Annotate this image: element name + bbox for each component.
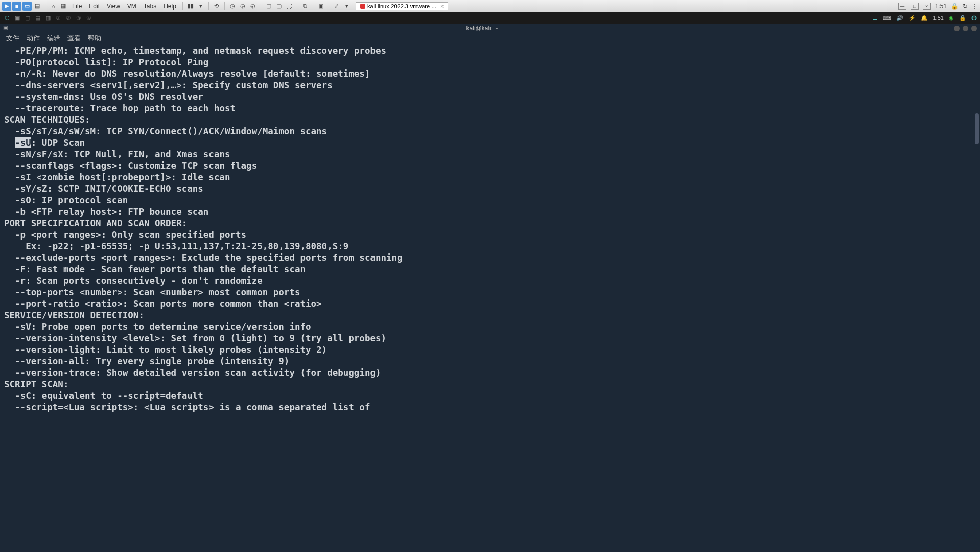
terminal-app-icon: ▣ bbox=[3, 25, 10, 32]
notify-icon[interactable]: 🔔 bbox=[921, 15, 928, 21]
taskbar-icon-3[interactable]: ▤ bbox=[33, 2, 42, 11]
terminal-line: --version-intensity <level>: Set from 0 … bbox=[4, 333, 976, 344]
terminal-line: -PO[protocol list]: IP Protocol Ping bbox=[4, 57, 976, 68]
editor-icon[interactable]: ▤ bbox=[34, 14, 42, 22]
terminal-line: --top-ports <number>: Scan <number> most… bbox=[4, 287, 976, 298]
menu-tabs[interactable]: Tabs bbox=[141, 3, 159, 10]
menu-edit[interactable]: Edit bbox=[86, 3, 103, 10]
unity-icon[interactable]: ⧉ bbox=[300, 2, 310, 11]
expand-icon[interactable]: ⤢ bbox=[332, 2, 341, 11]
term-menu-view[interactable]: 查看 bbox=[64, 34, 84, 43]
menu-icon[interactable]: ☰ bbox=[873, 15, 878, 21]
terminal-titlebar[interactable]: ▣ kali@kali: ~ bbox=[0, 24, 980, 33]
terminal-line: --version-all: Try every single probe (i… bbox=[4, 356, 976, 367]
terminal-line: SCRIPT SCAN: bbox=[4, 379, 976, 390]
term-menu-edit[interactable]: 编辑 bbox=[44, 34, 63, 43]
terminal-line: SERVICE/VERSION DETECTION: bbox=[4, 310, 976, 321]
separator bbox=[208, 2, 209, 10]
minimize-button[interactable]: — bbox=[898, 3, 906, 10]
pause-icon[interactable]: ▮▮ bbox=[186, 2, 195, 11]
menu-view[interactable]: View bbox=[104, 3, 123, 10]
term-menu-actions[interactable]: 动作 bbox=[24, 34, 43, 43]
close-tab-icon[interactable]: × bbox=[440, 3, 444, 9]
vmware-logo-icon[interactable]: ▶ bbox=[2, 2, 11, 11]
separator bbox=[261, 2, 261, 10]
workspace-1[interactable]: ① bbox=[54, 14, 62, 22]
terminal-line: -sU: UDP Scan bbox=[4, 137, 976, 149]
library-icon[interactable]: ▦ bbox=[59, 2, 68, 11]
browser-icon[interactable]: ▥ bbox=[44, 14, 52, 22]
menu-file[interactable]: File bbox=[69, 3, 85, 10]
terminal-line: -sY/sZ: SCTP INIT/COOKIE-ECHO scans bbox=[4, 183, 976, 195]
vm-tab[interactable]: kali-linux-2022.3-vmware-... × bbox=[356, 2, 449, 10]
minimize-dot[interactable] bbox=[954, 26, 960, 31]
vmware-toolbar: ▶ ■ ▭ ▤ ⌂ ▦ File Edit View VM Tabs Help … bbox=[0, 0, 980, 12]
terminal-line: -sV: Probe open ports to determine servi… bbox=[4, 321, 976, 333]
terminal-line: --traceroute: Trace hop path to each hos… bbox=[4, 103, 976, 114]
lock-icon[interactable]: 🔒 bbox=[951, 3, 959, 10]
workspace-3[interactable]: ③ bbox=[75, 14, 83, 22]
menu-vm[interactable]: VM bbox=[124, 3, 139, 10]
terminal-line: --port-ratio <ratio>: Scan ports more co… bbox=[4, 298, 976, 310]
separator bbox=[224, 2, 225, 10]
taskbar-icon-1[interactable]: ■ bbox=[12, 2, 21, 11]
kali-logo-icon[interactable]: ⬡ bbox=[3, 14, 11, 22]
snapshot-revert-icon[interactable]: ◵ bbox=[248, 2, 258, 11]
send-key-icon[interactable]: ⟲ bbox=[212, 2, 221, 11]
volume-icon[interactable]: 🔊 bbox=[896, 15, 903, 21]
view-icon-2[interactable]: ▢ bbox=[274, 2, 284, 11]
term-menu-file[interactable]: 文件 bbox=[3, 34, 22, 43]
keyboard-icon[interactable]: ⌨ bbox=[883, 15, 891, 21]
close-button[interactable]: × bbox=[923, 3, 931, 10]
separator bbox=[313, 2, 313, 10]
separator bbox=[182, 2, 183, 10]
maximize-dot[interactable] bbox=[963, 26, 968, 31]
separator bbox=[329, 2, 329, 10]
terminal-line: -F: Fast mode - Scan fewer ports than th… bbox=[4, 264, 976, 275]
terminal-icon[interactable]: ▢ bbox=[24, 14, 32, 22]
separator bbox=[297, 2, 297, 10]
term-menu-help[interactable]: 帮助 bbox=[85, 34, 104, 43]
terminal-line: --script=<Lua scripts>: <Lua scripts> is… bbox=[4, 402, 976, 413]
terminal-line: -r: Scan ports consecutively - don't ran… bbox=[4, 275, 976, 287]
close-dot[interactable] bbox=[971, 26, 977, 31]
home-icon[interactable]: ⌂ bbox=[49, 2, 58, 11]
terminal-line: -sO: IP protocol scan bbox=[4, 195, 976, 206]
host-clock: 1:51 bbox=[935, 3, 947, 10]
terminal-menubar: 文件 动作 编辑 查看 帮助 bbox=[0, 33, 980, 44]
terminal-output[interactable]: -PE/PP/PM: ICMP echo, timestamp, and net… bbox=[0, 44, 980, 414]
lock-screen-icon[interactable]: 🔒 bbox=[959, 15, 966, 21]
terminal-line: -sN/sF/sX: TCP Null, FIN, and Xmas scans bbox=[4, 149, 976, 160]
terminal-line: -p <port ranges>: Only scan specified po… bbox=[4, 229, 976, 241]
maximize-button[interactable]: □ bbox=[911, 3, 919, 10]
terminal-line: --scanflags <flags>: Customize TCP scan … bbox=[4, 160, 976, 172]
files-icon[interactable]: ▣ bbox=[13, 14, 21, 22]
menu-dots-icon[interactable]: ⋮ bbox=[972, 3, 978, 10]
workspace-4[interactable]: ④ bbox=[85, 14, 93, 22]
battery-icon[interactable]: ◉ bbox=[949, 15, 954, 21]
terminal-line: -sI <zombie host[:probeport]>: Idle scan bbox=[4, 172, 976, 183]
terminal-line: -PE/PP/PM: ICMP echo, timestamp, and net… bbox=[4, 45, 976, 57]
menu-help[interactable]: Help bbox=[160, 3, 179, 10]
power-icon[interactable]: ⏻ bbox=[971, 15, 977, 21]
snapshot-manage-icon[interactable]: ◶ bbox=[238, 2, 247, 11]
dropdown-icon[interactable]: ▾ bbox=[196, 2, 205, 11]
dropdown-2-icon[interactable]: ▾ bbox=[342, 2, 352, 11]
scrollbar-thumb[interactable] bbox=[975, 113, 979, 144]
separator bbox=[45, 2, 45, 10]
terminal-line: -n/-R: Never do DNS resolution/Always re… bbox=[4, 68, 976, 80]
fullscreen-icon[interactable]: ⛶ bbox=[285, 2, 294, 11]
terminal-line: -sC: equivalent to --script=default bbox=[4, 390, 976, 402]
snapshot-icon[interactable]: ◷ bbox=[228, 2, 237, 11]
network-icon[interactable]: ⚡ bbox=[908, 15, 916, 21]
terminal-line: -sS/sT/sA/sW/sM: TCP SYN/Connect()/ACK/W… bbox=[4, 126, 976, 137]
kali-panel: ⬡ ▣ ▢ ▤ ▥ ① ② ③ ④ ☰ ⌨ 🔊 ⚡ 🔔 1:51 ◉ 🔒 ⏻ bbox=[0, 12, 980, 24]
terminal-line: PORT SPECIFICATION AND SCAN ORDER: bbox=[4, 218, 976, 229]
terminal-line: --system-dns: Use OS's DNS resolver bbox=[4, 91, 976, 103]
view-icon-1[interactable]: ▢ bbox=[264, 2, 273, 11]
console-icon[interactable]: ▣ bbox=[316, 2, 325, 11]
refresh-icon[interactable]: ↻ bbox=[963, 3, 968, 10]
taskbar-icon-2[interactable]: ▭ bbox=[22, 2, 32, 11]
workspace-2[interactable]: ② bbox=[64, 14, 73, 22]
scrollbar[interactable] bbox=[975, 57, 979, 551]
